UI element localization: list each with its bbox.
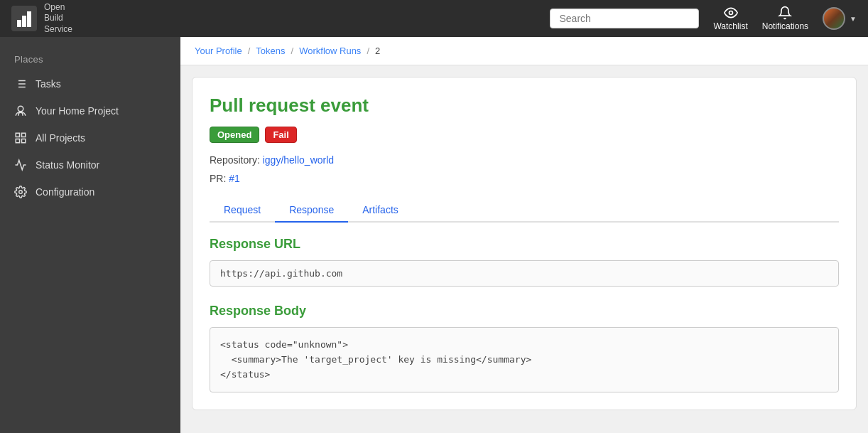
- sidebar-item-label: Tasks: [36, 78, 61, 90]
- grid-icon: [14, 132, 27, 144]
- pr-line: PR: #1: [210, 173, 839, 184]
- svg-rect-13: [16, 139, 19, 143]
- chevron-down-icon: ▼: [850, 15, 857, 23]
- app-header: Open Build Service Watchlist Notificatio…: [0, 0, 868, 37]
- event-card: Pull request event Opened Fail Repositor…: [192, 77, 857, 410]
- list-icon: [14, 77, 27, 90]
- svg-point-3: [729, 11, 732, 15]
- search-input[interactable]: [550, 9, 699, 28]
- logo-area: Open Build Service: [11, 2, 72, 36]
- svg-rect-1: [22, 16, 26, 27]
- gear-icon: [14, 186, 27, 198]
- tab-request[interactable]: Request: [210, 198, 275, 223]
- repository-line: Repository: iggy/hello_world: [210, 154, 839, 166]
- app-logo: [11, 6, 37, 31]
- breadcrumb-current: 2: [375, 46, 380, 56]
- badge-fail: Fail: [265, 127, 296, 143]
- event-title: Pull request event: [210, 95, 839, 117]
- tab-response[interactable]: Response: [275, 198, 348, 223]
- sidebar-item-configuration[interactable]: Configuration: [0, 178, 180, 205]
- header-actions: Watchlist Notifications ▼: [550, 6, 857, 31]
- svg-rect-14: [22, 139, 26, 143]
- sidebar: Places Tasks Your Home Project All Proje…: [0, 37, 180, 433]
- sidebar-item-home-project[interactable]: Your Home Project: [0, 97, 180, 124]
- repository-link[interactable]: iggy/hello_world: [263, 154, 334, 166]
- sidebar-item-all-projects[interactable]: All Projects: [0, 124, 180, 151]
- home-icon: [14, 105, 27, 117]
- svg-point-10: [18, 106, 23, 112]
- app-name: Open Build Service: [44, 2, 72, 36]
- svg-rect-0: [17, 20, 21, 27]
- avatar: [823, 7, 845, 30]
- sidebar-item-tasks[interactable]: Tasks: [0, 70, 180, 97]
- main-content: Your Profile / Tokens / Workflow Runs / …: [180, 37, 868, 433]
- breadcrumb-your-profile[interactable]: Your Profile: [195, 46, 242, 56]
- badges: Opened Fail: [210, 127, 839, 143]
- svg-rect-2: [27, 11, 31, 27]
- breadcrumb-sep-1: /: [248, 46, 251, 56]
- breadcrumb-sep-3: /: [367, 46, 369, 56]
- heart-icon: [14, 159, 27, 171]
- breadcrumb-sep-2: /: [291, 46, 294, 56]
- tab-bar: Request Response Artifacts: [210, 198, 839, 223]
- sidebar-item-status-monitor[interactable]: Status Monitor: [0, 151, 180, 178]
- pr-link[interactable]: #1: [229, 173, 240, 184]
- breadcrumb-tokens[interactable]: Tokens: [256, 46, 285, 56]
- badge-opened: Opened: [210, 127, 259, 143]
- user-menu[interactable]: ▼: [823, 7, 857, 30]
- breadcrumb: Your Profile / Tokens / Workflow Runs / …: [180, 37, 868, 65]
- svg-point-15: [19, 191, 23, 194]
- response-body-title: Response Body: [210, 304, 839, 319]
- response-url-value: https://api.github.com: [210, 260, 839, 287]
- sidebar-item-label: Your Home Project: [36, 105, 119, 117]
- breadcrumb-workflow-runs[interactable]: Workflow Runs: [299, 46, 361, 56]
- sidebar-item-label: Configuration: [36, 186, 94, 198]
- response-url-title: Response URL: [210, 237, 839, 252]
- sidebar-section-label: Places: [0, 48, 180, 70]
- sidebar-item-label: All Projects: [36, 132, 85, 144]
- watchlist-button[interactable]: Watchlist: [713, 6, 747, 31]
- notifications-button[interactable]: Notifications: [762, 6, 808, 31]
- svg-rect-11: [16, 133, 19, 137]
- sidebar-item-label: Status Monitor: [36, 159, 99, 171]
- response-body-value: <status code="unknown"> <summary>The 'ta…: [210, 327, 839, 392]
- svg-rect-12: [22, 133, 26, 137]
- tab-artifacts[interactable]: Artifacts: [348, 198, 413, 223]
